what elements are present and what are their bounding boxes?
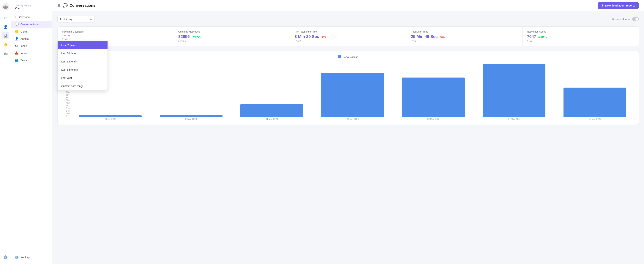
- y-axis-label: 520: [66, 99, 70, 101]
- nav-item-overview[interactable]: ⊞ Overview: [11, 13, 52, 21]
- nav-item-csat[interactable]: 😊 CSAT: [11, 28, 52, 35]
- team-icon: 👥: [15, 59, 19, 62]
- dropdown-item-last6months[interactable]: Last 6 months: [58, 66, 108, 74]
- y-axis-label: 180: [66, 113, 70, 115]
- chart-area: 1404133612681200113210649969288607927246…: [62, 61, 634, 120]
- nav-label-team: Team: [20, 59, 27, 62]
- x-axis-label: 02-May-2023: [313, 118, 392, 120]
- strip-icon-settings[interactable]: ⚙️: [2, 254, 9, 261]
- stat-first-response-change: -96%: [321, 36, 326, 38]
- nav-label-conversations: Conversations: [20, 23, 38, 26]
- overview-icon: ⊞: [15, 15, 17, 19]
- chart-legend: Conversations: [62, 55, 634, 58]
- stat-first-response-sub: ( Avg ): [294, 40, 402, 42]
- x-axis-label: 04-May-2023: [475, 118, 553, 120]
- x-axis-label: 05-May-2023: [556, 118, 634, 120]
- dropdown-item-customrange[interactable]: Custom date range: [58, 82, 108, 90]
- menu-icon[interactable]: ☰: [58, 3, 60, 8]
- stat-resolution-time-label: Resolution Time: [411, 30, 518, 33]
- stat-resolution-time: Resolution Time 25 Min 49 Sec -56% ( Avg…: [406, 27, 522, 46]
- stat-first-response-value: 3 Min 20 Sec: [294, 34, 319, 39]
- icon-strip: 🤖 📨 👤 📊 🔔 🤖 ⚙️: [0, 0, 11, 264]
- dropdown-item-lastyear[interactable]: Last year: [58, 74, 108, 82]
- y-axis-label: 44: [67, 118, 70, 120]
- nav-item-team[interactable]: 👥 Team: [11, 57, 52, 64]
- stat-resolution-count-value: 7047: [527, 34, 536, 39]
- nav-label-inbox: Inbox: [20, 52, 27, 55]
- stat-incoming-sub: ( Total ): [62, 38, 169, 40]
- date-dropdown: Last 7 days Last 30 days Last 3 months L…: [58, 41, 108, 90]
- x-axis-label: 29-Apr-2023: [71, 118, 150, 120]
- strip-icon-reports[interactable]: 📊: [2, 32, 9, 39]
- toggle-knob: [636, 18, 638, 21]
- y-axis-label: 724: [66, 91, 70, 93]
- bar-group: [394, 61, 472, 117]
- settings-icon: ⚙️: [15, 256, 19, 259]
- stat-resolution-time-value: 25 Min 49 Sec: [411, 34, 438, 39]
- agents-icon: 👤: [15, 37, 19, 40]
- download-icon: ⬇: [602, 4, 604, 7]
- currently-viewing-label: Currently viewing:: [15, 4, 48, 7]
- bar[interactable]: [402, 78, 465, 117]
- bar-group: [313, 61, 392, 117]
- stat-resolution-time-change: -56%: [439, 36, 445, 38]
- left-nav: Currently viewing: Vbet ⊞ Overview 💬 Con…: [11, 0, 52, 264]
- bar[interactable]: [321, 73, 384, 117]
- y-axis-label: 248: [66, 110, 70, 112]
- csat-icon: 😊: [15, 30, 19, 33]
- nav-item-agents[interactable]: 👤 Agents: [11, 35, 52, 42]
- dropdown-item-last30days[interactable]: Last 30 days: [58, 49, 108, 57]
- bar[interactable]: [160, 115, 222, 117]
- currently-viewing: Currently viewing: Vbet: [11, 3, 52, 13]
- stat-outgoing-value: 32856: [178, 34, 190, 39]
- y-axis-label: 384: [66, 105, 70, 107]
- nav-label-csat: CSAT: [20, 30, 27, 33]
- business-hours-switch[interactable]: [632, 17, 639, 21]
- dropdown-item-last3months[interactable]: Last 3 months: [58, 57, 108, 66]
- stat-first-response: First Response Time 3 Min 20 Sec -96% ( …: [290, 27, 406, 46]
- conversations-icon: 💬: [15, 22, 19, 26]
- stat-resolution-time-sub: ( Avg ): [411, 40, 518, 42]
- y-axis-label: 656: [66, 94, 70, 96]
- download-button[interactable]: ⬇ Download agent reports: [598, 2, 639, 9]
- labels-icon: 🏷: [15, 44, 18, 48]
- bar[interactable]: [564, 88, 626, 117]
- bar-group: [475, 61, 553, 117]
- nav-label-labels: Labels: [20, 44, 28, 47]
- bar-group: [556, 61, 634, 117]
- nav-item-settings[interactable]: ⚙️ Settings: [11, 254, 52, 261]
- nav-item-labels[interactable]: 🏷 Labels: [11, 42, 52, 49]
- strip-icon-messages[interactable]: 📨: [2, 14, 9, 21]
- dropdown-item-last7days[interactable]: Last 7 days: [58, 41, 108, 49]
- y-axis-label: 316: [66, 107, 70, 109]
- chart-container: Conversations 14041336126812001132106499…: [58, 51, 639, 125]
- bar-group: [152, 61, 230, 117]
- bars-wrapper: [71, 61, 634, 117]
- date-range-select[interactable]: Last 7 days Last 30 days Last 3 months L…: [58, 16, 95, 23]
- x-axis-label: 30-Apr-2023: [152, 118, 230, 120]
- bar[interactable]: [240, 104, 303, 117]
- x-axis-label: 01-May-2023: [232, 118, 311, 120]
- nav-item-conversations[interactable]: 💬 Conversations: [11, 21, 52, 28]
- business-hours-toggle: Business Hours: [612, 17, 639, 21]
- stat-incoming-change: +47%: [64, 34, 70, 37]
- stat-first-response-label: First Response Time: [294, 30, 402, 33]
- strip-icon-notifications[interactable]: 🔔: [2, 41, 9, 48]
- nav-item-inbox[interactable]: 📥 Inbox: [11, 49, 52, 57]
- stat-resolution-count-label: Resolution Count: [527, 30, 634, 33]
- stat-resolution-count-change: +4045%: [538, 36, 546, 38]
- strip-icon-integrations[interactable]: 🤖: [2, 50, 9, 57]
- y-axis-label: 588: [66, 97, 70, 99]
- business-hours-label: Business Hours: [612, 18, 630, 21]
- stats-row: Incoming Messages +47% ( Total ) Outgoin…: [58, 26, 639, 46]
- legend-label: Conversations: [342, 56, 358, 58]
- chart-bars-container: 29-Apr-202330-Apr-202301-May-202302-May-…: [71, 61, 634, 120]
- stat-outgoing-messages: Outgoing Messages 32856 +28224% ( Total …: [174, 27, 290, 46]
- content-area: Last 7 days Last 30 days Last 3 months L…: [52, 11, 644, 264]
- page-icon: 💬: [62, 3, 68, 8]
- date-range-select-wrapper: Last 7 days Last 30 days Last 3 months L…: [58, 16, 95, 23]
- filter-bar: Last 7 days Last 30 days Last 3 months L…: [58, 16, 639, 23]
- bar[interactable]: [483, 64, 546, 117]
- bar[interactable]: [79, 115, 142, 117]
- strip-icon-contacts[interactable]: 👤: [2, 23, 9, 30]
